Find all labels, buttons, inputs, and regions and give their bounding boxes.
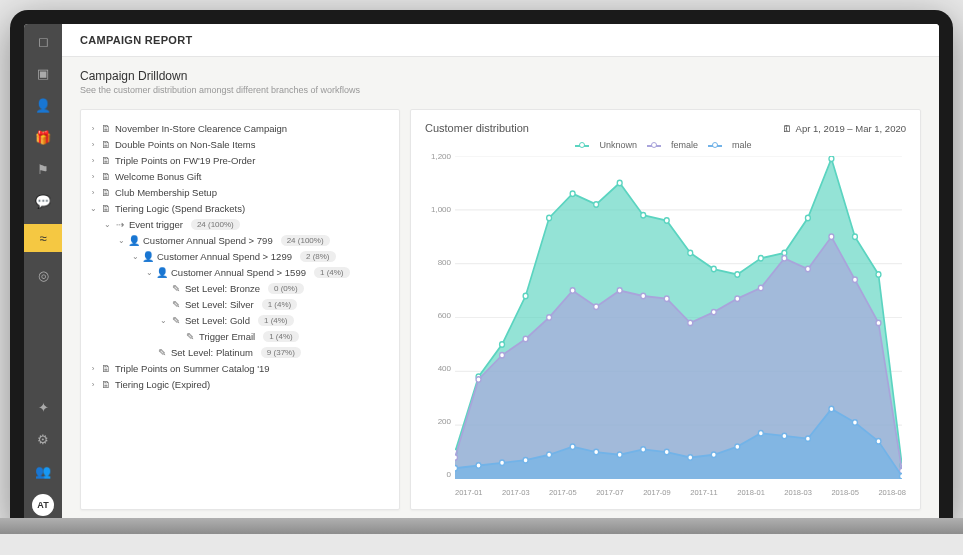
svg-point-64 bbox=[852, 420, 857, 425]
svg-point-40 bbox=[758, 285, 763, 290]
svg-point-65 bbox=[876, 439, 881, 444]
svg-point-18 bbox=[711, 266, 716, 271]
svg-point-23 bbox=[829, 156, 834, 161]
svg-point-56 bbox=[664, 449, 669, 454]
svg-point-32 bbox=[570, 288, 575, 293]
count-badge: 1 (4%) bbox=[314, 267, 350, 278]
tree-sub-item[interactable]: ⌄👤Customer Annual Spend > 12992 (8%) bbox=[89, 248, 391, 264]
tree-sub-item[interactable]: ✎Set Level: Silver1 (4%) bbox=[89, 296, 391, 312]
document-icon: 🗎 bbox=[101, 171, 111, 182]
tree-sub-item[interactable]: ✎Trigger Email1 (4%) bbox=[89, 328, 391, 344]
nav-flag-icon[interactable]: ⚑ bbox=[34, 160, 52, 178]
tree-item[interactable]: ›🗎Welcome Bonus Gift bbox=[89, 168, 391, 184]
tree-sub-item[interactable]: ✎Set Level: Platinum9 (37%) bbox=[89, 344, 391, 360]
count-badge: 2 (8%) bbox=[300, 251, 336, 262]
svg-point-57 bbox=[688, 455, 693, 460]
count-badge: 24 (100%) bbox=[281, 235, 330, 246]
wand-icon: ✎ bbox=[171, 299, 181, 310]
wand-icon: ✎ bbox=[171, 283, 181, 294]
tree-item[interactable]: ›🗎Tiering Logic (Expired) bbox=[89, 376, 391, 392]
svg-point-24 bbox=[852, 234, 857, 239]
svg-point-58 bbox=[711, 452, 716, 457]
nav-dashboard-icon[interactable]: ▣ bbox=[34, 64, 52, 82]
chevron-right-icon: › bbox=[89, 156, 97, 165]
nav-user-icon[interactable]: 👥 bbox=[34, 462, 52, 480]
svg-point-9 bbox=[500, 342, 505, 347]
svg-point-59 bbox=[735, 444, 740, 449]
tree-item[interactable]: ›🗎Double Points on Non-Sale Items bbox=[89, 136, 391, 152]
settings-icon[interactable]: ⚙ bbox=[34, 430, 52, 448]
chart-title: Customer distribution bbox=[425, 122, 529, 134]
chevron-right-icon: › bbox=[89, 188, 97, 197]
tree-sub-item[interactable]: ⌄👤Customer Annual Spend > 15991 (4%) bbox=[89, 264, 391, 280]
calendar-icon: 🗓 bbox=[782, 123, 792, 134]
svg-point-19 bbox=[735, 272, 740, 277]
svg-point-43 bbox=[829, 234, 834, 239]
chart-body: 02004006008001,0001,200 2017-012017-0320… bbox=[425, 152, 906, 497]
svg-point-35 bbox=[641, 293, 646, 298]
svg-point-25 bbox=[876, 272, 881, 277]
document-icon: 🗎 bbox=[101, 187, 111, 198]
svg-point-66 bbox=[900, 474, 902, 479]
svg-point-61 bbox=[782, 433, 787, 438]
svg-point-52 bbox=[570, 444, 575, 449]
svg-point-16 bbox=[664, 218, 669, 223]
svg-point-17 bbox=[688, 250, 693, 255]
svg-point-36 bbox=[664, 296, 669, 301]
legend-item-male[interactable]: male bbox=[712, 140, 752, 150]
svg-point-49 bbox=[500, 460, 505, 465]
tree-sub-item[interactable]: ✎Set Level: Bronze0 (0%) bbox=[89, 280, 391, 296]
svg-point-20 bbox=[758, 256, 763, 261]
svg-point-10 bbox=[523, 293, 528, 298]
chevron-down-icon: ⌄ bbox=[89, 204, 97, 213]
campaign-tree: ›🗎November In-Store Clearence Campaign ›… bbox=[80, 109, 400, 510]
svg-point-51 bbox=[547, 452, 552, 457]
svg-point-11 bbox=[547, 215, 552, 220]
svg-point-41 bbox=[782, 256, 787, 261]
section-desc: See the customer distribution amongst di… bbox=[80, 85, 921, 95]
tree-item[interactable]: ›🗎Triple Points on FW'19 Pre-Order bbox=[89, 152, 391, 168]
chevron-down-icon: ⌄ bbox=[159, 316, 167, 325]
logo-icon[interactable]: ◻ bbox=[34, 32, 52, 50]
tree-item[interactable]: ›🗎Club Membership Setup bbox=[89, 184, 391, 200]
svg-point-28 bbox=[476, 377, 481, 382]
legend-item-female[interactable]: female bbox=[651, 140, 698, 150]
svg-point-39 bbox=[735, 296, 740, 301]
svg-point-63 bbox=[829, 406, 834, 411]
svg-point-42 bbox=[805, 266, 810, 271]
avatar[interactable]: AT bbox=[32, 494, 54, 516]
count-badge: 1 (4%) bbox=[263, 331, 299, 342]
tree-sub-item[interactable]: ⌄✎Set Level: Gold1 (4%) bbox=[89, 312, 391, 328]
chevron-down-icon: ⌄ bbox=[131, 252, 139, 261]
x-axis: 2017-012017-032017-052017-072017-092017-… bbox=[455, 488, 906, 497]
document-icon: 🗎 bbox=[101, 139, 111, 150]
nav-camera-icon[interactable]: ◎ bbox=[34, 266, 52, 284]
tree-item[interactable]: ›🗎November In-Store Clearence Campaign bbox=[89, 120, 391, 136]
nav-gift-icon[interactable]: 🎁 bbox=[34, 128, 52, 146]
chart-plot[interactable] bbox=[455, 156, 902, 479]
wand-icon: ✎ bbox=[171, 315, 181, 326]
tree-item-expanded[interactable]: ⌄🗎Tiering Logic (Spend Brackets) bbox=[89, 200, 391, 216]
date-range-picker[interactable]: 🗓 Apr 1, 2019 – Mar 1, 2020 bbox=[782, 123, 906, 134]
nav-chat-icon[interactable]: 💬 bbox=[34, 192, 52, 210]
nav-puzzle-icon[interactable]: ✦ bbox=[34, 398, 52, 416]
svg-point-48 bbox=[476, 463, 481, 468]
tree-item[interactable]: ›🗎Triple Points on Summer Catalog '19 bbox=[89, 360, 391, 376]
nav-people-icon[interactable]: 👤 bbox=[34, 96, 52, 114]
chart-panel: Customer distribution 🗓 Apr 1, 2019 – Ma… bbox=[410, 109, 921, 510]
count-badge: 9 (37%) bbox=[261, 347, 301, 358]
svg-point-53 bbox=[594, 449, 599, 454]
nav-report-icon[interactable]: ≈ bbox=[24, 224, 62, 252]
wand-icon: ✎ bbox=[185, 331, 195, 342]
svg-point-22 bbox=[805, 215, 810, 220]
svg-point-50 bbox=[523, 457, 528, 462]
svg-point-30 bbox=[523, 336, 528, 341]
chevron-right-icon: › bbox=[89, 124, 97, 133]
tree-sub-item[interactable]: ⌄⇢Event trigger24 (100%) bbox=[89, 216, 391, 232]
chart-legend: Unknown female male bbox=[425, 140, 906, 150]
y-axis: 02004006008001,0001,200 bbox=[425, 152, 451, 479]
svg-point-27 bbox=[455, 455, 457, 460]
svg-point-37 bbox=[688, 320, 693, 325]
tree-sub-item[interactable]: ⌄👤Customer Annual Spend > 79924 (100%) bbox=[89, 232, 391, 248]
legend-item-unknown[interactable]: Unknown bbox=[579, 140, 637, 150]
